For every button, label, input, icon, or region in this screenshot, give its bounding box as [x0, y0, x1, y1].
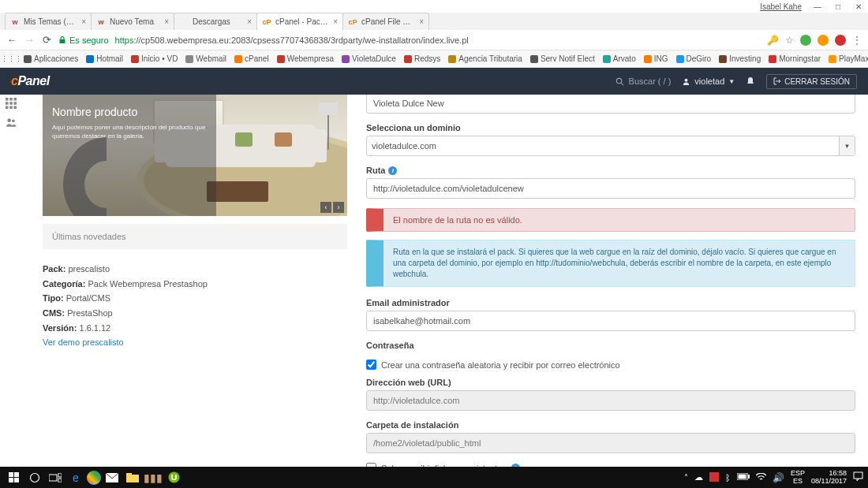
bell-icon[interactable] [746, 76, 755, 86]
svg-rect-33 [854, 472, 862, 479]
window-maximize-button[interactable]: □ [833, 2, 843, 11]
random-password-checkbox[interactable] [366, 359, 376, 370]
info-icon[interactable]: i [388, 166, 397, 175]
start-button[interactable] [5, 469, 24, 486]
install-form: Nombre del sitio Selecciona un dominio v… [366, 95, 855, 467]
favicon-icon [179, 17, 189, 27]
preview-column: INICIOSALÓN Y COMEDORHABITACIÓNJARDÍN Y … [43, 95, 347, 467]
cpanel-user-menu[interactable]: violetad ▼ [682, 76, 735, 86]
bookmark-item[interactable]: Webempresa [277, 54, 334, 63]
hero-next-button[interactable]: › [333, 202, 344, 213]
path-input[interactable] [366, 178, 855, 199]
window-minimize-button[interactable]: — [813, 2, 822, 11]
bookmark-favicon-icon [404, 55, 412, 63]
reload-button[interactable]: ⟳ [41, 34, 52, 46]
demo-link[interactable]: Ver demo prescalisto [43, 337, 124, 347]
ext-orange-icon[interactable] [817, 35, 829, 46]
back-button[interactable]: ← [6, 34, 17, 46]
logout-button[interactable]: CERRAR SESIÓN [766, 74, 857, 89]
task-view-button[interactable] [46, 469, 65, 486]
tab-label: Descargas [193, 17, 244, 26]
bookmark-item[interactable]: Morningstar [769, 54, 821, 63]
browser-tab[interactable]: Descargas× [174, 13, 257, 30]
favicon-icon: cP [348, 17, 357, 27]
close-icon[interactable]: × [164, 17, 169, 26]
bookmark-item[interactable]: PlayMax [829, 54, 868, 63]
window-close-button[interactable]: ✕ [854, 2, 863, 11]
bookmark-favicon-icon [530, 55, 538, 63]
bookmark-item[interactable]: Webmail [185, 54, 226, 63]
tray-av-icon[interactable] [709, 472, 719, 483]
star-icon[interactable]: ☆ [785, 35, 794, 46]
bookmark-item[interactable]: Investing [719, 54, 761, 63]
explorer-icon[interactable] [123, 469, 142, 486]
site-name-input[interactable] [366, 95, 855, 114]
language-indicator[interactable]: ESPES [791, 470, 805, 486]
bookmark-item[interactable]: Serv Notif Elect [530, 54, 595, 63]
close-icon[interactable]: × [247, 17, 252, 26]
taskbar-clock[interactable]: 16:5808/11/2017 [811, 470, 847, 486]
url-display[interactable]: https://cp508.webempresa.eu:2083/cpsess7… [115, 35, 761, 45]
admin-email-input[interactable] [366, 311, 855, 331]
bookmark-item[interactable]: Redsys [404, 54, 440, 63]
close-icon[interactable]: × [419, 17, 424, 26]
users-icon[interactable] [6, 117, 17, 128]
apps-button[interactable]: ⋮⋮⋮ [6, 54, 16, 64]
utorrent-icon[interactable] [164, 469, 183, 486]
hero-banner: Nombre producto Aquí podemos poner una d… [43, 95, 347, 216]
close-icon[interactable]: × [333, 17, 338, 26]
bookmark-item[interactable]: Arvato [603, 54, 636, 63]
pack-metadata: Pack: prescalisto Categoría: Pack Webemp… [43, 262, 347, 350]
bookmark-item[interactable]: VioletaDulce [342, 54, 396, 63]
browser-tab[interactable]: wNuevo Tema× [91, 13, 174, 30]
tray-wifi-icon[interactable] [756, 473, 766, 482]
svg-rect-24 [58, 479, 62, 482]
bookmark-item[interactable]: Agencia Tributaria [448, 54, 522, 63]
cortana-button[interactable] [25, 469, 44, 486]
tab-label: cPanel - Packs Webemp... [275, 17, 330, 26]
key-icon[interactable]: 🔑 [767, 35, 779, 46]
ext-red-icon[interactable] [835, 35, 846, 46]
secure-indicator[interactable]: Es seguro [58, 35, 109, 45]
tray-onedrive-icon[interactable]: ☁ [694, 472, 703, 482]
cpanel-logo[interactable]: cPanel [11, 74, 50, 88]
action-center-icon[interactable] [853, 471, 863, 483]
user-icon [682, 77, 690, 86]
svg-rect-26 [126, 475, 139, 482]
hero-prev-button[interactable]: ‹ [320, 202, 331, 213]
cpanel-search[interactable]: Buscar ( / ) [615, 76, 672, 86]
grid-icon[interactable] [6, 98, 17, 109]
browser-tab[interactable]: cPcPanel - Packs Webemp...× [256, 13, 343, 30]
bookmark-item[interactable]: cPanel [234, 54, 269, 63]
forward-button[interactable]: → [24, 34, 35, 46]
domain-select[interactable]: violetadulce.com ▼ [366, 136, 855, 156]
bookmark-item[interactable]: Aplicaciones [24, 54, 78, 63]
svg-rect-9 [14, 102, 17, 105]
browser-menu-button[interactable]: ⋮ [852, 35, 862, 46]
svg-rect-11 [9, 106, 13, 110]
bookmark-item[interactable]: Inicio • VD [131, 54, 178, 63]
library-icon[interactable]: ▮▮▮ [144, 469, 163, 486]
ext-green-icon[interactable] [800, 35, 811, 46]
browser-address-bar: ← → ⟳ Es seguro https://cp508.webempresa… [0, 30, 868, 50]
lock-icon [58, 36, 66, 44]
tray-volume-icon[interactable]: 🔊 [773, 472, 784, 483]
chrome-icon[interactable] [87, 471, 101, 485]
tray-chevron-icon[interactable]: ˄ [684, 473, 688, 482]
bookmark-favicon-icon [769, 55, 776, 63]
svg-point-28 [168, 472, 179, 483]
browser-tab[interactable]: cPcPanel File Manager v3× [342, 13, 429, 30]
edge-icon[interactable]: e [66, 469, 85, 486]
tray-battery-icon[interactable] [737, 473, 750, 482]
svg-line-2 [621, 83, 623, 85]
bookmark-item[interactable]: DeGiro [676, 54, 712, 63]
bookmark-item[interactable]: ING [644, 54, 668, 63]
bookmark-item[interactable]: Hotmail [86, 54, 123, 63]
close-icon[interactable]: × [81, 17, 86, 26]
svg-point-3 [685, 78, 688, 81]
chevron-down-icon: ▼ [728, 78, 735, 85]
cpanel-left-rail [0, 95, 22, 128]
tray-bluetooth-icon[interactable]: ᛒ [725, 473, 731, 482]
mail-icon[interactable] [103, 469, 122, 486]
browser-tab[interactable]: wMis Temas (1/2)× [5, 13, 92, 30]
